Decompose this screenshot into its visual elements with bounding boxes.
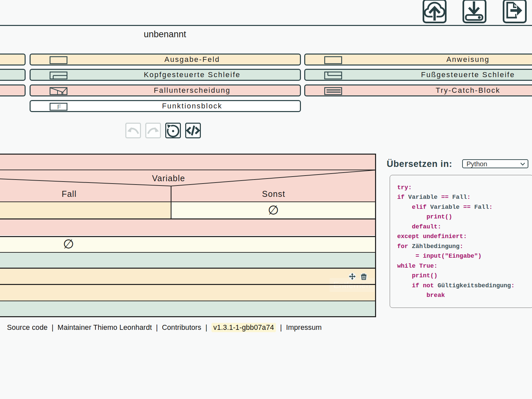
svg-text:F: F	[57, 103, 61, 110]
